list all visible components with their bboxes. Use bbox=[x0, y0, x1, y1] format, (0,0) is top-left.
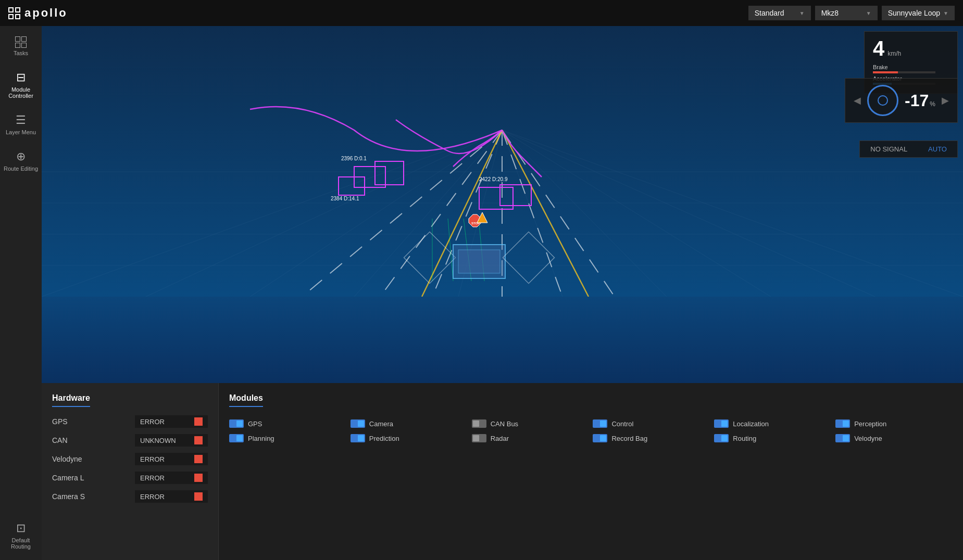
module-item-control: Control bbox=[593, 419, 710, 428]
vehicle-dropdown[interactable]: Mkz8 ▼ bbox=[815, 6, 878, 20]
hw-camera-l-label: Camera L bbox=[52, 474, 99, 482]
vehicle-value: Mkz8 bbox=[821, 9, 839, 17]
steering-panel: ◀ -17 % ▶ bbox=[845, 78, 958, 123]
logo-sq3 bbox=[8, 14, 14, 19]
road-scene: 2396 D:0.1 2384 D:14.1 2422 D:20.9 STOP … bbox=[42, 26, 963, 383]
steer-left-icon[interactable]: ◀ bbox=[854, 95, 861, 106]
svg-line-22 bbox=[502, 130, 589, 297]
route-editing-icon: ⊕ bbox=[16, 150, 26, 163]
logo-sq4 bbox=[15, 14, 20, 19]
route-editing-label: Route Editing bbox=[4, 166, 38, 172]
hw-item-camera-l: Camera L ERROR bbox=[52, 472, 208, 484]
module-toggle-localization[interactable] bbox=[714, 419, 729, 428]
module-label-control: Control bbox=[611, 420, 633, 428]
module-item-localization: Localization bbox=[714, 419, 831, 428]
hw-can-label: CAN bbox=[52, 436, 99, 444]
module-item-prediction: Prediction bbox=[351, 434, 468, 442]
module-controller-icon: ⊟ bbox=[16, 71, 26, 84]
3d-view[interactable]: 2396 D:0.1 2384 D:14.1 2422 D:20.9 STOP … bbox=[42, 26, 963, 383]
module-toggle-prediction[interactable] bbox=[351, 434, 365, 442]
hw-velodyne-indicator bbox=[194, 455, 203, 463]
tasks-label: Tasks bbox=[14, 50, 28, 56]
module-toggle-routing[interactable] bbox=[714, 434, 729, 442]
module-toggle-localization-inner bbox=[721, 421, 728, 427]
bottom-panels: Hardware GPS ERROR CAN UNKNOWN bbox=[42, 383, 963, 560]
module-toggle-perception[interactable] bbox=[835, 419, 850, 428]
logo-icon bbox=[8, 7, 20, 19]
module-label-can-bus: CAN Bus bbox=[491, 420, 518, 428]
hw-camera-s-label: Camera S bbox=[52, 492, 99, 501]
hw-camera-l-indicator bbox=[194, 474, 203, 482]
svg-marker-39 bbox=[469, 214, 481, 227]
topbar-dropdowns: Standard ▼ Mkz8 ▼ Sunnyvale Loop ▼ bbox=[748, 6, 955, 20]
svg-rect-27 bbox=[500, 185, 531, 206]
module-item-perception: Perception bbox=[835, 419, 953, 428]
hw-camera-l-status-text: ERROR bbox=[140, 474, 191, 482]
svg-rect-33 bbox=[453, 245, 505, 278]
module-label-localization: Localization bbox=[733, 420, 769, 428]
svg-rect-0 bbox=[42, 26, 963, 297]
module-label-record-bag: Record Bag bbox=[611, 435, 647, 442]
no-signal-button[interactable]: NO SIGNAL bbox=[860, 141, 918, 157]
topbar: apollo Standard ▼ Mkz8 ▼ Sunnyvale Loop … bbox=[0, 0, 963, 26]
module-toggle-velodyne[interactable] bbox=[835, 434, 850, 442]
sidebar-item-tasks[interactable]: Tasks bbox=[0, 31, 42, 61]
hw-item-velodyne: Velodyne ERROR bbox=[52, 453, 208, 465]
module-toggle-can-bus[interactable] bbox=[472, 419, 486, 428]
default-routing-icon: ⊡ bbox=[16, 521, 26, 535]
hw-velodyne-status: ERROR bbox=[135, 453, 208, 465]
module-toggle-control[interactable] bbox=[593, 419, 607, 428]
tasks-icon bbox=[15, 36, 27, 48]
module-item-can-bus: CAN Bus bbox=[472, 419, 589, 428]
hw-can-indicator bbox=[194, 436, 203, 444]
module-toggle-velodyne-inner bbox=[843, 435, 849, 441]
auto-button[interactable]: AUTO bbox=[918, 141, 957, 157]
module-controller-label: Module Controller bbox=[3, 86, 39, 99]
mode-dropdown[interactable]: Standard ▼ bbox=[748, 6, 811, 20]
hw-can-status: UNKNOWN bbox=[135, 434, 208, 447]
steering-value-group: -17 % bbox=[905, 91, 935, 110]
svg-text:STOP: STOP bbox=[471, 222, 480, 225]
brake-fill bbox=[873, 71, 898, 73]
svg-line-20 bbox=[502, 130, 615, 297]
hardware-title: Hardware bbox=[52, 393, 90, 407]
mode-arrow-icon: ▼ bbox=[799, 10, 805, 16]
module-toggle-camera-inner bbox=[358, 421, 364, 427]
sidebar-item-route-editing[interactable]: ⊕ Route Editing bbox=[0, 145, 42, 177]
steering-unit: % bbox=[930, 100, 935, 108]
module-label-routing: Routing bbox=[733, 435, 756, 442]
module-toggle-gps[interactable] bbox=[229, 419, 244, 428]
steering-wheel bbox=[867, 85, 898, 116]
sidebar-item-module-controller[interactable]: ⊟ Module Controller bbox=[0, 66, 42, 104]
svg-line-8 bbox=[502, 130, 771, 297]
steer-right-icon[interactable]: ▶ bbox=[942, 95, 949, 106]
modules-title: Modules bbox=[229, 393, 263, 407]
module-item-routing: Routing bbox=[714, 434, 831, 442]
hw-gps-indicator bbox=[194, 417, 203, 426]
sidebar-item-layer-menu[interactable]: ☰ Layer Menu bbox=[0, 108, 42, 141]
module-toggle-record-bag[interactable] bbox=[593, 434, 607, 442]
map-dropdown[interactable]: Sunnyvale Loop ▼ bbox=[882, 6, 955, 20]
module-toggle-radar[interactable] bbox=[472, 434, 486, 442]
module-toggle-camera[interactable] bbox=[351, 419, 365, 428]
svg-line-4 bbox=[354, 130, 502, 297]
vehicle-arrow-icon: ▼ bbox=[866, 10, 871, 16]
svg-line-31 bbox=[479, 224, 484, 281]
svg-rect-32 bbox=[404, 232, 456, 284]
speed-value: 4 bbox=[873, 38, 884, 59]
module-toggle-radar-inner bbox=[473, 435, 479, 441]
layer-menu-label: Layer Menu bbox=[6, 129, 36, 135]
sidebar-item-default-routing[interactable]: ⊡ Default Routing bbox=[0, 516, 42, 555]
module-toggle-can-bus-inner bbox=[473, 421, 479, 427]
svg-line-21 bbox=[422, 130, 502, 297]
steering-arrows: ◀ bbox=[854, 95, 861, 106]
module-toggle-control-inner bbox=[600, 421, 606, 427]
hw-camera-s-status: ERROR bbox=[135, 490, 208, 503]
module-label-gps: GPS bbox=[248, 420, 262, 428]
svg-rect-35 bbox=[503, 232, 555, 284]
logo-sq1 bbox=[8, 7, 14, 12]
modules-panel: Modules GPS Camera bbox=[219, 383, 963, 560]
module-item-velodyne: Velodyne bbox=[835, 434, 953, 442]
module-toggle-planning[interactable] bbox=[229, 434, 244, 442]
modules-grid: GPS Camera CAN Bus bbox=[229, 419, 953, 442]
